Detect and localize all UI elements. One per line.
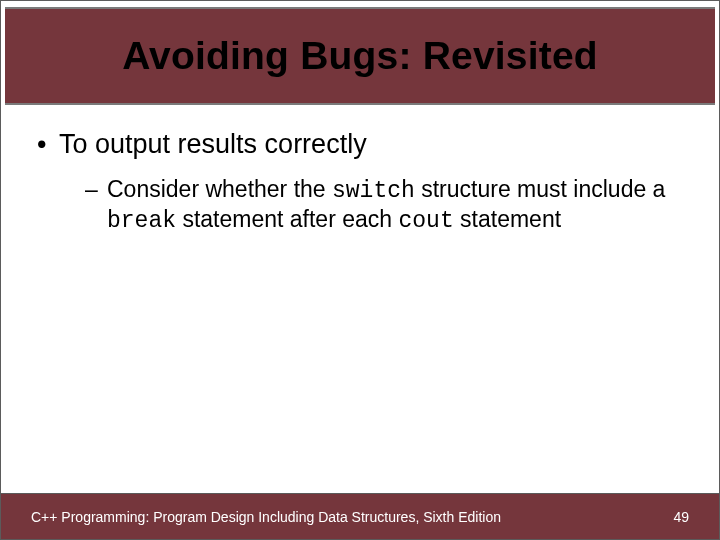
bullet-text: Consider whether the [107,176,332,202]
footer-text: C++ Programming: Program Design Includin… [31,509,501,525]
slide-title: Avoiding Bugs: Revisited [122,34,598,78]
bullet-level-2: Consider whether the switch structure mu… [31,175,689,235]
bullet-text: statement after each [176,206,398,232]
bullet-level-1: To output results correctly [31,129,689,161]
code-cout: cout [398,208,453,234]
page-number: 49 [673,509,689,525]
content-area: To output results correctly Consider whe… [31,129,689,235]
footer-bar: C++ Programming: Program Design Includin… [1,493,719,539]
slide: Avoiding Bugs: Revisited To output resul… [0,0,720,540]
code-switch: switch [332,178,415,204]
bullet-text: statement [454,206,561,232]
code-break: break [107,208,176,234]
bullet-text: structure must include a [415,176,666,202]
title-bar: Avoiding Bugs: Revisited [5,7,715,105]
